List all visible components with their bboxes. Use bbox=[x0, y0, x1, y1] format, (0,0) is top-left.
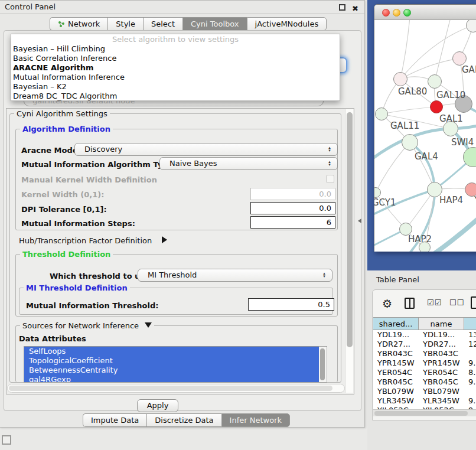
cell: YLR345W bbox=[419, 396, 464, 406]
table-row[interactable]: YBR045C YBR045C 9. bbox=[373, 377, 476, 387]
cell: 13 bbox=[464, 330, 476, 340]
table-row[interactable]: YER054C YER054C 8. bbox=[373, 368, 476, 377]
split-pane-collapse-icon[interactable] bbox=[358, 219, 361, 223]
attribute-item-selected[interactable]: BetweennessCentrality bbox=[24, 366, 319, 375]
deselect-all-columns-icon[interactable]: ☐☐ bbox=[449, 298, 464, 307]
combo-stepper-icon: ▴▾ bbox=[321, 270, 328, 281]
cell: YDR27... bbox=[419, 340, 464, 349]
tab-label: jActiveMNodules bbox=[255, 19, 319, 28]
mi-threshold-label: Mutual Information Threshold: bbox=[26, 301, 158, 310]
cell: YBR045C bbox=[419, 377, 464, 387]
scrollbar-thumb[interactable] bbox=[347, 112, 353, 347]
dropdown-item[interactable]: Bayesian – K2 bbox=[11, 82, 340, 92]
dpi-tolerance-input[interactable]: 0.0 bbox=[250, 202, 335, 214]
select-all-columns-icon[interactable]: ☑☑ bbox=[427, 298, 442, 307]
column-header-partial[interactable] bbox=[464, 318, 476, 330]
new-table-icon[interactable] bbox=[471, 296, 476, 309]
column-header-shared-name[interactable]: shared... bbox=[373, 318, 419, 330]
settings-horizontal-scrollbar[interactable] bbox=[7, 384, 345, 393]
gear-icon[interactable]: ⚙ bbox=[382, 297, 392, 310]
network-node-gal10[interactable] bbox=[428, 74, 442, 89]
dropdown-placeholder: Select algorithm to view settings bbox=[11, 34, 340, 44]
network-node-gal4[interactable] bbox=[402, 134, 418, 151]
algorithm-definition-title: Algorithm Definition bbox=[20, 125, 113, 133]
cell: YBR043C bbox=[373, 349, 419, 358]
attribute-item-selected[interactable]: SelfLoops bbox=[24, 347, 319, 356]
column-layout-icon[interactable] bbox=[405, 298, 415, 309]
table-toolbar: ⚙ ☑☑ ☐☐ bbox=[373, 290, 476, 317]
cell: YPR145W bbox=[373, 358, 419, 368]
close-icon[interactable]: ✖ bbox=[352, 2, 358, 15]
node-label: HAP4 bbox=[439, 195, 463, 206]
cell: YDR27... bbox=[373, 340, 419, 349]
tab-impute-data[interactable]: Impute Data bbox=[83, 413, 146, 427]
tab-network[interactable]: Network bbox=[50, 17, 107, 31]
cell: 8. bbox=[464, 368, 476, 377]
hub-definition-label[interactable]: Hub/Transcription Factor Definition bbox=[19, 236, 152, 245]
mi-steps-input[interactable]: 6 bbox=[250, 216, 335, 229]
network-canvas[interactable]: GAL GAL80 GAL10 GAL1 GAL11 SWI4 GAL4 HAP… bbox=[374, 20, 476, 252]
dropdown-item-selected[interactable]: ARACNE Algorithm bbox=[11, 63, 340, 73]
scrollbar-thumb[interactable] bbox=[374, 411, 468, 416]
tab-jactivemnodules[interactable]: jActiveMNodules bbox=[247, 17, 327, 31]
dropdown-item[interactable]: Basic Correlation Inference bbox=[11, 54, 340, 63]
control-panel-title: Control Panel bbox=[5, 2, 56, 11]
minimize-traffic-light-icon[interactable] bbox=[393, 9, 400, 17]
node-label: GAL4 bbox=[415, 151, 438, 162]
tab-discretize-data[interactable]: Discretize Data bbox=[146, 413, 221, 427]
column-header-name[interactable]: name bbox=[419, 318, 464, 330]
table-row[interactable]: YBL079W YBL079W bbox=[373, 387, 476, 396]
close-traffic-light-icon[interactable] bbox=[382, 9, 390, 17]
network-view-window[interactable]: GAL GAL80 GAL10 GAL1 GAL11 SWI4 GAL4 HAP… bbox=[374, 4, 476, 252]
cell: YDL19... bbox=[419, 330, 464, 340]
attributes-scrollbar[interactable] bbox=[319, 347, 326, 382]
scrollbar-thumb[interactable] bbox=[9, 386, 332, 391]
dropdown-item[interactable]: Dream8 DC_TDC Algorithm bbox=[11, 92, 340, 101]
tab-select[interactable]: Select bbox=[143, 17, 182, 31]
tab-infer-network[interactable]: Infer Network bbox=[221, 413, 290, 427]
cyni-bottom-tabbar: Impute Data Discretize Data Infer Networ… bbox=[83, 413, 290, 427]
mi-type-combobox[interactable]: Naive Bayes ▴▾ bbox=[159, 157, 338, 170]
table-panel-title: Table Panel bbox=[376, 275, 419, 284]
tab-label: Infer Network bbox=[230, 416, 282, 425]
table-horizontal-scrollbar[interactable] bbox=[373, 409, 476, 416]
expand-arrow-icon[interactable] bbox=[162, 236, 167, 243]
network-node-gal11[interactable] bbox=[375, 107, 388, 120]
table-row[interactable]: YBR043C YBR043C bbox=[373, 349, 476, 358]
scrollbar-thumb[interactable] bbox=[320, 348, 325, 380]
mi-threshold-input[interactable]: 0.5 bbox=[248, 298, 334, 311]
dropdown-item[interactable]: Bayesian – Hill Climbing bbox=[11, 44, 340, 54]
cyni-algorithm-settings-title: Cyni Algorithm Settings bbox=[14, 109, 110, 118]
cell: 9. bbox=[464, 396, 476, 406]
network-node-gal1-selected[interactable] bbox=[430, 100, 443, 113]
sources-title-text: Sources for Network Inference bbox=[22, 321, 139, 330]
data-attributes-list[interactable]: SelfLoops TopologicalCoefficient Between… bbox=[24, 346, 327, 383]
collapse-arrow-icon[interactable] bbox=[145, 322, 152, 328]
table-row[interactable]: YLR345W YLR345W 9. bbox=[373, 396, 476, 406]
float-window-icon[interactable] bbox=[339, 4, 345, 11]
table-row[interactable]: YPR145W YPR145W 9. bbox=[373, 358, 476, 368]
network-node-gal80[interactable] bbox=[393, 72, 407, 86]
manual-kernel-checkbox[interactable] bbox=[326, 175, 334, 183]
tab-cyni-toolbox[interactable]: Cyni Toolbox bbox=[182, 17, 247, 31]
control-panel-titlebar: Control Panel ✖ bbox=[0, 1, 364, 14]
apply-button[interactable]: Apply bbox=[137, 399, 178, 412]
attribute-item-selected[interactable]: gal4RGexp bbox=[24, 375, 319, 383]
aracne-mode-combobox[interactable]: Discovery ▴▾ bbox=[74, 143, 338, 156]
data-attributes-label: Data Attributes bbox=[19, 334, 86, 343]
table-row[interactable]: YDL19... YDL19... 13 bbox=[373, 330, 476, 340]
dropdown-item[interactable]: Mutual Information Inference bbox=[11, 73, 340, 82]
mi-threshold-group-title: MI Threshold Definition bbox=[24, 283, 130, 292]
panel-resize-grip[interactable] bbox=[2, 435, 11, 445]
cell: YBR045C bbox=[373, 377, 419, 387]
tab-style[interactable]: Style bbox=[107, 17, 143, 31]
network-node[interactable] bbox=[452, 51, 467, 66]
network-window-titlebar[interactable] bbox=[374, 5, 476, 20]
attribute-item-selected[interactable]: TopologicalCoefficient bbox=[24, 356, 319, 366]
which-threshold-combobox[interactable]: MI Threshold ▴▾ bbox=[138, 269, 332, 282]
settings-vertical-scrollbar[interactable] bbox=[345, 109, 353, 393]
zoom-traffic-light-icon[interactable] bbox=[403, 9, 411, 17]
control-panel-tabbar: Network Style Select Cyni Toolbox jActiv… bbox=[50, 17, 327, 31]
kernel-width-input[interactable]: 0.0 bbox=[250, 188, 335, 200]
table-row[interactable]: YDR27... YDR27... 12 bbox=[373, 340, 476, 349]
